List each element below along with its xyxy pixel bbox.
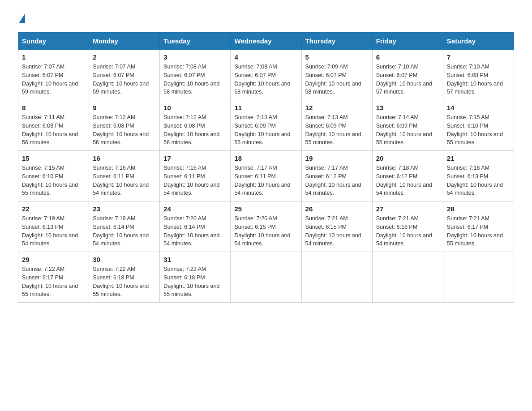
day-info: Sunrise: 7:10 AMSunset: 6:08 PMDaylight:… [447, 63, 510, 96]
day-number: 31 [163, 256, 227, 263]
day-number: 18 [234, 154, 297, 162]
day-number: 1 [22, 53, 85, 61]
day-number: 4 [234, 53, 297, 61]
calendar-header-row: SundayMondayTuesdayWednesdayThursdayFrid… [18, 33, 514, 50]
calendar-cell: 3Sunrise: 7:08 AMSunset: 6:07 PMDaylight… [160, 50, 231, 100]
calendar-cell: 24Sunrise: 7:20 AMSunset: 6:14 PMDayligh… [160, 201, 231, 252]
day-number: 5 [305, 53, 369, 61]
day-number: 21 [447, 154, 510, 162]
day-info: Sunrise: 7:12 AMSunset: 6:08 PMDaylight:… [163, 113, 227, 147]
calendar-table: SundayMondayTuesdayWednesdayThursdayFrid… [18, 32, 514, 303]
day-info: Sunrise: 7:07 AMSunset: 6:07 PMDaylight:… [93, 63, 156, 96]
day-number: 14 [447, 104, 510, 111]
calendar-cell: 10Sunrise: 7:12 AMSunset: 6:08 PMDayligh… [160, 100, 231, 151]
day-info: Sunrise: 7:21 AMSunset: 6:15 PMDaylight:… [305, 214, 369, 248]
logo [18, 13, 26, 23]
day-number: 24 [163, 205, 227, 213]
calendar-cell [231, 252, 301, 303]
logo-triangle-icon [19, 13, 25, 23]
day-info: Sunrise: 7:09 AMSunset: 6:07 PMDaylight:… [305, 63, 369, 96]
calendar-cell: 16Sunrise: 7:16 AMSunset: 6:11 PMDayligh… [89, 151, 160, 201]
day-info: Sunrise: 7:10 AMSunset: 6:07 PMDaylight:… [376, 63, 439, 96]
day-number: 11 [234, 104, 297, 111]
day-info: Sunrise: 7:20 AMSunset: 6:14 PMDaylight:… [163, 214, 227, 248]
day-info: Sunrise: 7:17 AMSunset: 6:12 PMDaylight:… [305, 164, 369, 197]
day-info: Sunrise: 7:08 AMSunset: 6:07 PMDaylight:… [234, 63, 297, 96]
day-number: 2 [93, 53, 156, 61]
day-header-wednesday: Wednesday [231, 33, 301, 50]
day-number: 28 [447, 205, 510, 213]
calendar-cell: 28Sunrise: 7:21 AMSunset: 6:17 PMDayligh… [443, 201, 514, 252]
day-info: Sunrise: 7:21 AMSunset: 6:17 PMDaylight:… [447, 214, 510, 248]
day-number: 7 [447, 53, 510, 61]
day-info: Sunrise: 7:19 AMSunset: 6:13 PMDaylight:… [22, 214, 85, 248]
day-info: Sunrise: 7:07 AMSunset: 6:07 PMDaylight:… [22, 63, 85, 96]
day-info: Sunrise: 7:13 AMSunset: 6:09 PMDaylight:… [234, 113, 297, 147]
calendar-cell [443, 252, 514, 303]
calendar-cell: 9Sunrise: 7:12 AMSunset: 6:08 PMDaylight… [89, 100, 160, 151]
day-info: Sunrise: 7:08 AMSunset: 6:07 PMDaylight:… [163, 63, 227, 96]
day-header-friday: Friday [372, 33, 443, 50]
day-number: 15 [22, 154, 85, 162]
day-info: Sunrise: 7:16 AMSunset: 6:11 PMDaylight:… [93, 164, 156, 197]
day-header-thursday: Thursday [301, 33, 372, 50]
calendar-cell: 22Sunrise: 7:19 AMSunset: 6:13 PMDayligh… [18, 201, 89, 252]
calendar-cell: 25Sunrise: 7:20 AMSunset: 6:15 PMDayligh… [231, 201, 301, 252]
day-header-sunday: Sunday [18, 33, 89, 50]
day-info: Sunrise: 7:18 AMSunset: 6:13 PMDaylight:… [447, 164, 510, 197]
day-number: 12 [305, 104, 369, 111]
calendar-cell: 19Sunrise: 7:17 AMSunset: 6:12 PMDayligh… [301, 151, 372, 201]
day-number: 10 [163, 104, 227, 111]
calendar-cell: 15Sunrise: 7:15 AMSunset: 6:10 PMDayligh… [18, 151, 89, 201]
calendar-cell: 8Sunrise: 7:11 AMSunset: 6:08 PMDaylight… [18, 100, 89, 151]
calendar-week-row: 1Sunrise: 7:07 AMSunset: 6:07 PMDaylight… [18, 50, 514, 100]
day-info: Sunrise: 7:19 AMSunset: 6:14 PMDaylight:… [93, 214, 156, 248]
day-info: Sunrise: 7:22 AMSunset: 6:18 PMDaylight:… [93, 265, 156, 299]
day-number: 22 [22, 205, 85, 213]
day-info: Sunrise: 7:21 AMSunset: 6:16 PMDaylight:… [376, 214, 439, 248]
day-number: 25 [234, 205, 297, 213]
calendar-week-row: 22Sunrise: 7:19 AMSunset: 6:13 PMDayligh… [18, 201, 514, 252]
calendar-cell: 18Sunrise: 7:17 AMSunset: 6:11 PMDayligh… [231, 151, 301, 201]
day-number: 27 [376, 205, 439, 213]
day-number: 20 [376, 154, 439, 162]
calendar-cell: 26Sunrise: 7:21 AMSunset: 6:15 PMDayligh… [301, 201, 372, 252]
page-header [18, 13, 514, 23]
calendar-week-row: 29Sunrise: 7:22 AMSunset: 6:17 PMDayligh… [18, 252, 514, 303]
day-number: 17 [163, 154, 227, 162]
day-info: Sunrise: 7:17 AMSunset: 6:11 PMDaylight:… [234, 164, 297, 197]
day-info: Sunrise: 7:22 AMSunset: 6:17 PMDaylight:… [22, 265, 85, 299]
calendar-cell: 17Sunrise: 7:16 AMSunset: 6:11 PMDayligh… [160, 151, 231, 201]
calendar-cell: 21Sunrise: 7:18 AMSunset: 6:13 PMDayligh… [443, 151, 514, 201]
day-header-monday: Monday [89, 33, 160, 50]
day-number: 29 [22, 256, 85, 263]
calendar-cell: 7Sunrise: 7:10 AMSunset: 6:08 PMDaylight… [443, 50, 514, 100]
day-number: 30 [93, 256, 156, 263]
calendar-cell: 20Sunrise: 7:18 AMSunset: 6:12 PMDayligh… [372, 151, 443, 201]
calendar-cell: 6Sunrise: 7:10 AMSunset: 6:07 PMDaylight… [372, 50, 443, 100]
calendar-cell: 23Sunrise: 7:19 AMSunset: 6:14 PMDayligh… [89, 201, 160, 252]
calendar-cell: 29Sunrise: 7:22 AMSunset: 6:17 PMDayligh… [18, 252, 89, 303]
calendar-cell: 13Sunrise: 7:14 AMSunset: 6:09 PMDayligh… [372, 100, 443, 151]
calendar-cell: 2Sunrise: 7:07 AMSunset: 6:07 PMDaylight… [89, 50, 160, 100]
day-header-tuesday: Tuesday [160, 33, 231, 50]
day-info: Sunrise: 7:15 AMSunset: 6:10 PMDaylight:… [22, 164, 85, 197]
day-number: 9 [93, 104, 156, 111]
day-number: 23 [93, 205, 156, 213]
day-info: Sunrise: 7:13 AMSunset: 6:09 PMDaylight:… [305, 113, 369, 147]
calendar-cell: 27Sunrise: 7:21 AMSunset: 6:16 PMDayligh… [372, 201, 443, 252]
calendar-cell: 12Sunrise: 7:13 AMSunset: 6:09 PMDayligh… [301, 100, 372, 151]
calendar-cell: 14Sunrise: 7:15 AMSunset: 6:10 PMDayligh… [443, 100, 514, 151]
calendar-cell: 30Sunrise: 7:22 AMSunset: 6:18 PMDayligh… [89, 252, 160, 303]
calendar-cell [372, 252, 443, 303]
day-info: Sunrise: 7:14 AMSunset: 6:09 PMDaylight:… [376, 113, 439, 147]
calendar-week-row: 8Sunrise: 7:11 AMSunset: 6:08 PMDaylight… [18, 100, 514, 151]
day-number: 16 [93, 154, 156, 162]
day-info: Sunrise: 7:15 AMSunset: 6:10 PMDaylight:… [447, 113, 510, 147]
day-info: Sunrise: 7:20 AMSunset: 6:15 PMDaylight:… [234, 214, 297, 248]
day-number: 13 [376, 104, 439, 111]
day-info: Sunrise: 7:23 AMSunset: 6:18 PMDaylight:… [163, 265, 227, 299]
calendar-cell: 11Sunrise: 7:13 AMSunset: 6:09 PMDayligh… [231, 100, 301, 151]
day-info: Sunrise: 7:18 AMSunset: 6:12 PMDaylight:… [376, 164, 439, 197]
day-number: 6 [376, 53, 439, 61]
